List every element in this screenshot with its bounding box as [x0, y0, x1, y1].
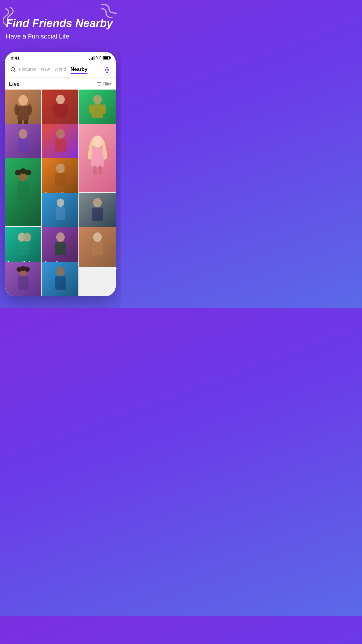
svg-point-18 — [102, 104, 106, 114]
grid-item-tall-right[interactable] — [79, 124, 116, 192]
svg-rect-27 — [98, 165, 102, 175]
signal-icon — [89, 56, 94, 60]
tab-featured[interactable]: Featured — [19, 65, 36, 74]
grid-item-brooklyn-bridge[interactable]: Brooklyn Bridge — [5, 90, 41, 130]
svg-point-31 — [25, 170, 31, 176]
hero-subtitle: Have a Fun social Life — [6, 33, 115, 40]
tab-new[interactable]: New — [41, 65, 50, 74]
grid-item-extra-2[interactable] — [5, 262, 41, 296]
svg-rect-40 — [17, 242, 29, 255]
grid-item-financial-district[interactable]: Financial District — [42, 158, 79, 198]
grid-item-stgeorge[interactable]: St.George — [79, 90, 116, 130]
svg-rect-37 — [92, 207, 103, 221]
filter-label: Filter — [103, 82, 112, 86]
tab-nearby[interactable]: Nearby — [71, 65, 87, 74]
svg-rect-33 — [55, 173, 66, 186]
grid-item-coney-island[interactable]: Coney Island — [42, 90, 79, 130]
svg-point-11 — [56, 94, 64, 104]
svg-line-1 — [14, 71, 15, 72]
svg-rect-20 — [18, 139, 29, 152]
filter-button[interactable]: Filter — [97, 82, 112, 86]
svg-rect-42 — [55, 242, 66, 255]
svg-rect-44 — [92, 242, 103, 255]
grid-item-prospect-park[interactable]: Prospect Park — [5, 227, 41, 267]
status-bar: 9:41 — [5, 52, 116, 62]
svg-rect-26 — [93, 165, 97, 175]
grid-item-battery-park[interactable]: Battery Park City — [79, 193, 116, 233]
svg-point-19 — [19, 129, 27, 139]
svg-point-43 — [93, 232, 102, 242]
svg-point-32 — [56, 163, 64, 173]
svg-rect-2 — [106, 67, 108, 70]
grid-item-jason-marz[interactable]: Jason Marz — [42, 227, 79, 267]
svg-rect-12 — [55, 104, 66, 118]
svg-point-13 — [52, 104, 56, 114]
svg-point-15 — [93, 94, 102, 104]
status-time: 9:41 — [11, 55, 20, 60]
svg-rect-51 — [55, 276, 66, 290]
hero-title: Find Friends Nearby — [6, 18, 115, 30]
nav-tabs: Featured New World Nearby — [5, 62, 116, 78]
grid-item-extra-1[interactable] — [79, 227, 116, 267]
search-button[interactable] — [8, 65, 18, 74]
section-header: Live Filter — [5, 78, 116, 90]
svg-rect-35 — [56, 207, 65, 220]
svg-point-41 — [56, 232, 64, 242]
svg-rect-16 — [92, 104, 103, 118]
grid-item-extra-3[interactable] — [42, 262, 79, 296]
svg-point-17 — [89, 104, 93, 114]
battery-icon — [103, 56, 110, 60]
grid-item-brooklyn[interactable]: Brooklyn — [42, 193, 79, 233]
svg-point-7 — [14, 104, 19, 115]
tab-list: Featured New World Nearby — [18, 65, 102, 74]
svg-point-5 — [18, 95, 28, 106]
wifi-icon — [96, 56, 101, 60]
svg-rect-46 — [18, 276, 29, 290]
svg-point-8 — [28, 104, 32, 115]
svg-point-49 — [24, 267, 30, 272]
grid-item-fifth-avenue[interactable]: Fifth Avenue — [42, 124, 79, 164]
svg-point-39 — [23, 232, 31, 242]
svg-point-21 — [56, 129, 64, 139]
svg-point-34 — [57, 198, 64, 207]
grid-item-tall-left[interactable] — [5, 158, 41, 226]
status-icons — [89, 56, 110, 60]
mic-button[interactable] — [102, 64, 112, 75]
svg-point-50 — [56, 267, 64, 276]
svg-rect-22 — [55, 139, 66, 152]
phone-mockup: 9:41 — [5, 52, 116, 296]
section-title: Live — [9, 81, 20, 87]
grid-item-east-village[interactable]: East Village — [5, 124, 41, 164]
svg-rect-6 — [17, 106, 29, 120]
live-grid: Brooklyn Bridge Coney Island — [5, 90, 116, 296]
svg-point-36 — [93, 198, 102, 207]
svg-point-14 — [65, 104, 68, 114]
tab-world[interactable]: World — [55, 65, 66, 74]
